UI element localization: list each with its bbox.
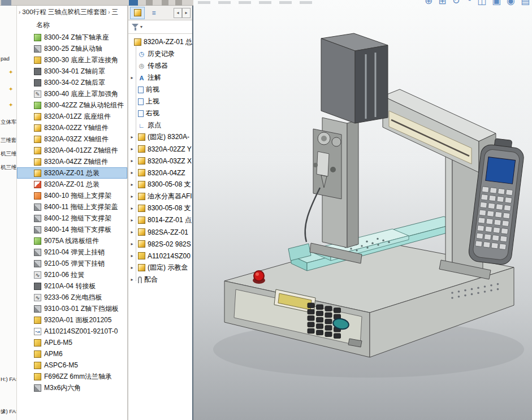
tree-item[interactable]: ▸982SA-ZZ-01 — [128, 226, 192, 238]
section-view-icon[interactable]: ◫ — [477, 0, 486, 7]
list-item[interactable]: 8320A-ZZ-01 总装 — [17, 179, 127, 190]
expand-arrow-icon[interactable]: ▸ — [129, 206, 135, 211]
expand-arrow-icon[interactable]: ▸ — [129, 277, 135, 282]
list-item[interactable]: 8400-10 拖链上支撑架 — [17, 190, 127, 201]
list-item[interactable]: 9320A-01 面板201205 — [17, 314, 127, 326]
list-item[interactable]: 8400-14 拖链下支撑板 — [17, 224, 127, 235]
expand-arrow-icon[interactable]: ▸ — [129, 75, 135, 80]
expand-arrow-icon[interactable]: ▸ — [129, 194, 135, 199]
list-item[interactable]: ∿9233-06 Z光电挡板 — [17, 292, 127, 303]
list-item[interactable]: 8320A-02ZZ Y轴组件 — [17, 122, 127, 133]
list-item[interactable]: 9310-03-01 Z轴下挡烟板 — [17, 303, 127, 314]
tree-item[interactable]: ▸8320A-02ZZ Y — [128, 143, 192, 155]
expand-arrow-icon[interactable]: ▸ — [129, 230, 135, 235]
list-item[interactable]: 8300-34-02 Z轴后罩 — [17, 77, 127, 88]
folder-label-fragment[interactable]: 立体车床 — [1, 119, 17, 126]
list-item[interactable]: 8400-12 拖链下支撑架 — [17, 213, 127, 224]
folder-label-fragment[interactable]: 三维套图 — [1, 137, 17, 144]
pane-left-arrow-button[interactable]: ◂ — [174, 8, 182, 18]
tab-display-pane[interactable]: ≡ — [146, 7, 161, 19]
tree-item[interactable]: 上视 — [128, 96, 192, 107]
pane-right-arrow-button[interactable]: ▸ — [182, 8, 191, 18]
zoom-area-icon[interactable]: ⊞ — [438, 0, 446, 7]
machine-3d-model[interactable] — [193, 0, 532, 420]
list-item[interactable]: 8320A-01ZZ 底座组件 — [17, 111, 127, 122]
assembly-icon — [134, 38, 141, 46]
list-item[interactable]: 9210-04 弹簧上挂销 — [17, 246, 127, 258]
expand-arrow-icon[interactable]: ▸ — [129, 170, 135, 175]
list-item[interactable]: 8300-30 底座上罩连接角 — [17, 54, 127, 66]
list-item[interactable]: 8300-34-01 Z轴前罩 — [17, 66, 127, 77]
list-item[interactable]: 8320A-ZZ-01 总装 — [17, 167, 127, 179]
tab-feature-tree[interactable] — [130, 7, 145, 19]
folder-label-fragment[interactable]: pad — [1, 55, 10, 62]
tree-item[interactable]: ◎传感器 — [128, 60, 192, 72]
tree-root-assembly[interactable]: 8320A-ZZ-01 总装 — [128, 36, 192, 48]
list-item[interactable]: 9075A 线路板组件 — [17, 235, 127, 246]
expand-arrow-icon[interactable]: ▸ — [129, 158, 135, 163]
tree-item[interactable]: ▸A注解 — [128, 72, 192, 84]
part-file-icon — [34, 339, 41, 347]
previous-view-icon[interactable]: ↻ — [452, 0, 460, 7]
z-axis-tower[interactable] — [321, 33, 388, 123]
zoom-fit-icon[interactable]: ⊕ — [425, 0, 432, 7]
tree-item[interactable]: 前视 — [128, 84, 192, 96]
expand-arrow-icon[interactable]: ▸ — [129, 218, 135, 223]
folder-label-fragment[interactable]: 机三维 — [1, 164, 17, 171]
expand-arrow-icon[interactable]: ▸ — [129, 241, 135, 246]
folder-label-fragment[interactable]: 机三维 — [1, 150, 17, 158]
list-item[interactable]: 8300-25 Z轴从动轴 — [17, 43, 127, 54]
folder-label-fragment[interactable]: 缘) FAST — [1, 408, 17, 415]
filter-dropdown-caret-icon[interactable]: ▾ — [140, 24, 142, 29]
appearance-icon[interactable]: ▤ — [521, 0, 530, 7]
tree-item[interactable]: ▸(固定) 示教盒 — [128, 262, 192, 274]
expand-arrow-icon[interactable]: ▸ — [129, 182, 135, 187]
list-item[interactable]: 8320A-04-01ZZ Z轴组件 — [17, 145, 127, 156]
tree-item[interactable]: ▸8014-ZZ-01 点 — [128, 214, 192, 226]
gantry-beam[interactable] — [383, 89, 496, 172]
display-style-icon[interactable]: ◔ — [466, 0, 472, 7]
tree-item[interactable]: ▸油水分离器AFI — [128, 190, 192, 202]
tree-item[interactable]: ▸8320A-04ZZ — [128, 167, 192, 179]
file-name: 8320A-02ZZ Y轴组件 — [44, 123, 109, 133]
breadcrumb-suffix[interactable]: 三 — [112, 8, 119, 16]
expand-arrow-icon[interactable]: ▸ — [129, 135, 135, 140]
tree-item[interactable]: 右视 — [128, 107, 192, 119]
tree-item[interactable]: ▸982S-02 982S — [128, 238, 192, 250]
tree-item[interactable]: ▸配合 — [128, 274, 192, 285]
breadcrumb[interactable]: › 300行程 三轴点胶机三维套图 › 三 — [17, 6, 127, 18]
list-item[interactable]: APL6-M5 — [17, 337, 127, 348]
breadcrumb-text[interactable]: 300行程 三轴点胶机三维套图 — [22, 8, 106, 16]
view-orientation-icon[interactable]: ▣ — [492, 0, 501, 7]
list-item[interactable]: 8300-24 Z轴下轴承座 — [17, 32, 127, 43]
tree-item[interactable]: ∟原点 — [128, 119, 192, 131]
hide-show-items-icon[interactable]: ◉ — [507, 0, 515, 7]
tree-item[interactable]: ▸(固定) 8320A- — [128, 131, 192, 143]
list-item[interactable]: 9210-05 弹簧下挂销 — [17, 258, 127, 269]
list-item[interactable]: APM6 — [17, 348, 127, 360]
list-item[interactable]: F696ZZ 6mm法兰轴承 — [17, 371, 127, 382]
list-item[interactable]: 8320A-03ZZ X轴组件 — [17, 133, 127, 145]
3d-viewport[interactable]: ⊕⊞↻◔◫▣◉▤ — [193, 0, 532, 420]
folder-label-fragment[interactable]: H:) FAS — [1, 376, 17, 382]
expand-arrow-icon[interactable]: ▸ — [129, 265, 135, 270]
column-header-name[interactable]: 名称 — [17, 18, 127, 32]
list-item[interactable]: 8320A-04ZZ Z轴组件 — [17, 156, 127, 167]
tree-item[interactable]: ▸8320A-03ZZ X — [128, 155, 192, 167]
list-item[interactable]: 9210A-04 转接板 — [17, 280, 127, 292]
list-item[interactable]: 8300-42ZZ Z轴从动轮组件 — [17, 99, 127, 111]
tree-item[interactable]: ▸8300-05-08 支 — [128, 202, 192, 214]
tree-item[interactable]: ▸8300-05-08 支 — [128, 179, 192, 190]
list-item[interactable]: ✎8300-40 底座上罩加强角 — [17, 88, 127, 99]
list-item[interactable]: ASPC6-M5 — [17, 360, 127, 371]
tree-item[interactable]: ◷历史记录 — [128, 48, 192, 60]
expand-arrow-icon[interactable]: ▸ — [129, 146, 135, 151]
filter-funnel-icon[interactable] — [132, 24, 139, 31]
list-item[interactable]: M3x6内六角 — [17, 382, 127, 393]
list-item[interactable]: ↝A110214SZ001-9210T-0 — [17, 326, 127, 337]
list-item[interactable]: ∿9210-06 拉簧 — [17, 269, 127, 280]
tree-item[interactable]: ▸A110214SZ00 — [128, 250, 192, 262]
expand-arrow-icon[interactable]: ▸ — [129, 253, 135, 258]
list-item[interactable]: 8400-11 拖链上支撑架盖 — [17, 201, 127, 213]
emergency-stop-button[interactable] — [254, 271, 264, 281]
